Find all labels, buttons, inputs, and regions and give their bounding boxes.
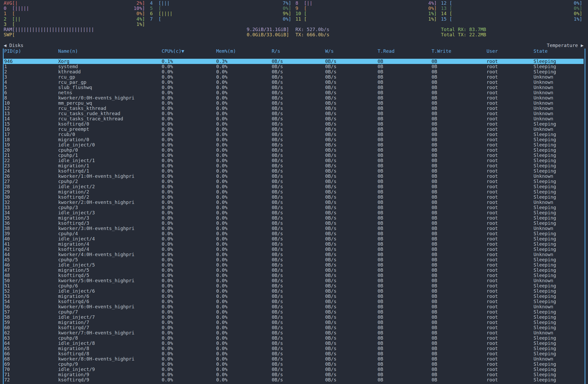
cell-write-rate: 0B/s xyxy=(325,299,336,304)
table-row[interactable]: 52idle_inject/60.0%0.0%0B/s0B/s0B0BrootS… xyxy=(4,288,584,294)
table-row[interactable]: 27cpuhp/20.0%0.0%0B/s0B/s0B0BrootSleepin… xyxy=(4,179,584,184)
table-row[interactable]: 14rcu_tasks_trace_kthread0.0%0.0%0B/s0B/… xyxy=(4,116,584,121)
table-row[interactable]: 29migration/20.0%0.0%0B/s0B/s0B0BrootSle… xyxy=(4,189,584,194)
table-row[interactable]: 41migration/40.0%0.0%0B/s0B/s0B0BrootSle… xyxy=(4,241,584,247)
column-header-write-rate[interactable]: W/s xyxy=(325,49,334,54)
table-row[interactable]: 8kworker/0:0H-events_highpri0.0%0.0%0B/s… xyxy=(4,95,584,101)
cell-name: cpuhp/9 xyxy=(58,362,78,367)
table-row[interactable]: 24ksoftirqd/10.0%0.0%0B/s0B/s0B0BrootSle… xyxy=(4,168,584,174)
table-row[interactable]: 63cpuhp/80.0%0.0%0B/s0B/s0B0BrootSleepin… xyxy=(4,335,584,341)
table-row[interactable]: 28idle_inject/20.0%0.0%0B/s0B/s0B0BrootS… xyxy=(4,184,584,189)
cell-total-write: 0B xyxy=(432,85,437,90)
cell-user: root xyxy=(487,153,498,158)
cell-state: Sleeping xyxy=(534,179,556,184)
table-row[interactable]: 53migration/60.0%0.0%0B/s0B/s0B0BrootSle… xyxy=(4,294,584,299)
cell-name: rcu_preempt xyxy=(58,127,89,132)
table-row[interactable]: 35migration/30.0%0.0%0B/s0B/s0B0BrootSle… xyxy=(4,215,584,221)
cell-total-read: 0B xyxy=(378,200,383,205)
cell-write-rate: 0B/s xyxy=(325,325,336,330)
table-row[interactable]: 4rcu_par_gp0.0%0.0%0B/s0B/s0B0BrootUnkno… xyxy=(4,80,584,85)
table-row[interactable]: 44kworker/4:0H-events_highpri0.0%0.0%0B/… xyxy=(4,252,584,257)
table-row[interactable]: 12rcu_tasks_kthread0.0%0.0%0B/s0B/s0B0Br… xyxy=(4,106,584,111)
table-row[interactable]: 59migration/70.0%0.0%0B/s0B/s0B0BrootSle… xyxy=(4,320,584,325)
table-row[interactable]: 38kworker/3:0H-events_highpri0.0%0.0%0B/… xyxy=(4,226,584,231)
table-row[interactable]: 60ksoftirqd/70.0%0.0%0B/s0B/s0B0BrootSle… xyxy=(4,325,584,330)
table-row[interactable]: 64idle_inject/80.0%0.0%0B/s0B/s0B0BrootS… xyxy=(4,341,584,346)
table-row[interactable]: 6netns0.0%0.0%0B/s0B/s0B0BrootUnknown xyxy=(4,90,584,95)
table-row[interactable]: 62kworker/7:0H-events_highpri0.0%0.0%0B/… xyxy=(4,330,584,335)
table-row[interactable]: 50kworker/5:0H-events_highpri0.0%0.0%0B/… xyxy=(4,278,584,283)
table-row[interactable]: 34idle_inject/30.0%0.0%0B/s0B/s0B0BrootS… xyxy=(4,210,584,215)
table-row[interactable]: 30ksoftirqd/20.0%0.0%0B/s0B/s0B0BrootSle… xyxy=(4,194,584,200)
table-row[interactable]: 21cpuhp/10.0%0.0%0B/s0B/s0B0BrootSleepin… xyxy=(4,153,584,158)
table-row[interactable]: 68kworker/8:0H-events_highpri0.0%0.0%0B/… xyxy=(4,356,584,362)
cell-pid: 71 xyxy=(4,372,10,377)
table-row[interactable]: 13rcu_tasks_rude_kthread0.0%0.0%0B/s0B/s… xyxy=(4,111,584,116)
table-row[interactable]: 46idle_inject/50.0%0.0%0B/s0B/s0B0BrootS… xyxy=(4,262,584,268)
cell-cpu: 0.0% xyxy=(162,205,173,210)
table-row[interactable]: 10mm_percpu_wq0.0%0.0%0B/s0B/s0B0BrootUn… xyxy=(4,101,584,106)
table-row[interactable]: 33cpuhp/30.0%0.0%0B/s0B/s0B0BrootSleepin… xyxy=(4,205,584,210)
column-header-cpu[interactable]: CPU%(c)▼ xyxy=(162,49,184,54)
cell-read-rate: 0B/s xyxy=(272,231,283,236)
cell-name: kworker/1:0H-events_highpri xyxy=(58,174,135,179)
table-row[interactable]: 42ksoftirqd/40.0%0.0%0B/s0B/s0B0BrootSle… xyxy=(4,247,584,252)
table-row[interactable]: 70idle_inject/90.0%0.0%0B/s0B/s0B0BrootS… xyxy=(4,367,584,372)
table-row[interactable]: 47migration/50.0%0.0%0B/s0B/s0B0BrootSle… xyxy=(4,268,584,273)
cell-total-read: 0B xyxy=(378,194,383,200)
table-row[interactable]: 2kthreadd0.0%0.0%0B/s0B/s0B0BrootSleepin… xyxy=(4,69,584,74)
nav-temperature-button[interactable]: Temperature ▶ xyxy=(547,43,584,48)
table-row[interactable]: 39cpuhp/40.0%0.0%0B/s0B/s0B0BrootSleepin… xyxy=(4,231,584,236)
table-row[interactable]: 36ksoftirqd/30.0%0.0%0B/s0B/s0B0BrootSle… xyxy=(4,221,584,226)
column-header-user[interactable]: User xyxy=(487,49,498,54)
table-row[interactable]: 65migration/80.0%0.0%0B/s0B/s0B0BrootSle… xyxy=(4,346,584,351)
table-row[interactable]: 18migration/00.0%0.0%0B/s0B/s0B0BrootSle… xyxy=(4,137,584,142)
nav-disks-button[interactable]: ◀ Disks xyxy=(4,43,23,48)
column-header-total-read[interactable]: T.Read xyxy=(378,49,395,54)
cell-total-write: 0B xyxy=(432,273,437,278)
column-header-total-write[interactable]: T.Write xyxy=(432,49,451,54)
cell-mem: 0.0% xyxy=(216,74,227,80)
table-row[interactable]: 57cpuhp/70.0%0.0%0B/s0B/s0B0BrootSleepin… xyxy=(4,309,584,315)
table-row[interactable]: 20cpuhp/00.0%0.0%0B/s0B/s0B0BrootSleepin… xyxy=(4,147,584,153)
cell-cpu: 0.0% xyxy=(162,194,173,200)
column-header-state[interactable]: State xyxy=(534,49,548,54)
table-row[interactable]: 45cpuhp/50.0%0.0%0B/s0B/s0B0BrootSleepin… xyxy=(4,257,584,262)
column-header-pid[interactable]: PID(p) xyxy=(4,49,21,54)
table-row[interactable]: 58idle_inject/70.0%0.0%0B/s0B/s0B0BrootS… xyxy=(4,315,584,320)
cell-read-rate: 0B/s xyxy=(272,174,283,179)
cell-user: root xyxy=(487,257,498,262)
table-row[interactable]: 23migration/10.0%0.0%0B/s0B/s0B0BrootSle… xyxy=(4,163,584,168)
table-row[interactable]: 16rcu_preempt0.0%0.0%0B/s0B/s0B0BrootUnk… xyxy=(4,127,584,132)
table-row[interactable]: 946Xorg0.1%0.3%0B/s0B/s0B0BrootSleeping xyxy=(4,59,584,64)
table-row[interactable]: 5slub_flushwq0.0%0.0%0B/s0B/s0B0BrootUnk… xyxy=(4,85,584,90)
table-row[interactable]: 72ksoftirqd/90.0%0.0%0B/s0B/s0B0BrootSle… xyxy=(4,377,584,382)
column-header-read-rate[interactable]: R/s xyxy=(272,49,280,54)
cell-cpu: 0.0% xyxy=(162,320,173,325)
table-row[interactable]: 71migration/90.0%0.0%0B/s0B/s0B0BrootSle… xyxy=(4,372,584,377)
table-row[interactable]: 51cpuhp/60.0%0.0%0B/s0B/s0B0BrootSleepin… xyxy=(4,283,584,288)
cell-total-write: 0B xyxy=(432,168,437,174)
table-row[interactable]: 32kworker/2:0H-events_highpri0.0%0.0%0B/… xyxy=(4,200,584,205)
table-row[interactable]: 54ksoftirqd/60.0%0.0%0B/s0B/s0B0BrootSle… xyxy=(4,299,584,304)
table-row[interactable]: 1systemd0.0%0.0%0B/s0B/s0B0BrootSleeping xyxy=(4,64,584,69)
table-row[interactable]: 40idle_inject/40.0%0.0%0B/s0B/s0B0BrootS… xyxy=(4,236,584,241)
cell-cpu: 0.0% xyxy=(162,356,173,362)
table-row[interactable]: 15ksoftirqd/00.0%0.0%0B/s0B/s0B0BrootSle… xyxy=(4,121,584,127)
table-row[interactable]: 69cpuhp/90.0%0.0%0B/s0B/s0B0BrootSleepin… xyxy=(4,362,584,367)
cell-state: Sleeping xyxy=(534,142,556,147)
table-row[interactable]: 19idle_inject/00.0%0.0%0B/s0B/s0B0BrootS… xyxy=(4,142,584,147)
table-row[interactable]: 17rcub/00.0%0.0%0B/s0B/s0B0BrootSleeping xyxy=(4,132,584,137)
table-row[interactable]: 48ksoftirqd/50.0%0.0%0B/s0B/s0B0BrootSle… xyxy=(4,273,584,278)
cell-state: Sleeping xyxy=(534,325,556,330)
table-row[interactable]: 22idle_inject/10.0%0.0%0B/s0B/s0B0BrootS… xyxy=(4,158,584,163)
column-header-mem[interactable]: Mem%(m) xyxy=(216,49,236,54)
cell-name: cpuhp/3 xyxy=(58,205,78,210)
cell-write-rate: 0B/s xyxy=(325,330,336,335)
table-row[interactable]: 66ksoftirqd/80.0%0.0%0B/s0B/s0B0BrootSle… xyxy=(4,351,584,356)
table-row[interactable]: 3rcu_gp0.0%0.0%0B/s0B/s0B0BrootUnknown xyxy=(4,74,584,80)
table-row[interactable]: 56kworker/6:0H-events_highpri0.0%0.0%0B/… xyxy=(4,304,584,309)
cell-name: ksoftirqd/4 xyxy=(58,247,89,252)
column-header-name[interactable]: Name(n) xyxy=(58,49,78,54)
table-row[interactable]: 26kworker/1:0H-events_highpri0.0%0.0%0B/… xyxy=(4,174,584,179)
